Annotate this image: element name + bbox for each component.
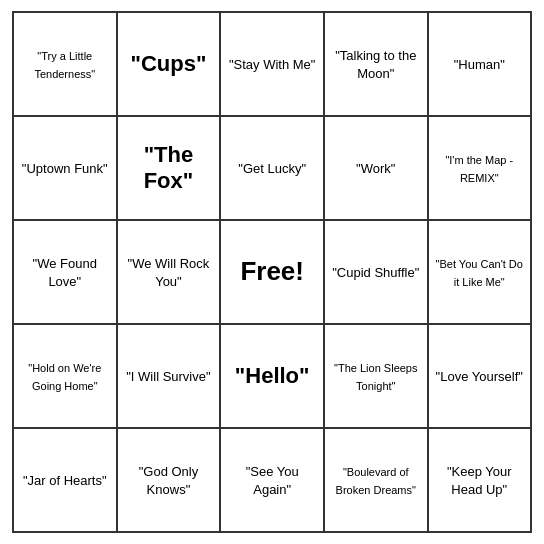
cell-text: "I'm the Map - REMIX" <box>445 154 513 184</box>
cell-text: "Uptown Funk" <box>22 161 108 176</box>
cell-text: Free! <box>240 256 304 286</box>
cell-3-0: "Hold on We're Going Home" <box>13 324 117 428</box>
cell-3-3: "The Lion Sleeps Tonight" <box>324 324 427 428</box>
cell-text: "Boulevard of Broken Dreams" <box>336 466 416 496</box>
cell-text: "The Lion Sleeps Tonight" <box>334 362 417 392</box>
cell-text: "Keep Your Head Up" <box>447 464 512 497</box>
cell-4-0: "Jar of Hearts" <box>13 428 117 532</box>
cell-text: "The Fox" <box>144 142 194 193</box>
cell-text: "Cups" <box>131 51 207 76</box>
cell-1-4: "I'm the Map - REMIX" <box>428 116 531 220</box>
cell-text: "God Only Knows" <box>139 464 199 497</box>
cell-text: "Try a Little Tenderness" <box>34 50 95 80</box>
cell-text: "Love Yourself" <box>436 369 523 384</box>
cell-text: "Talking to the Moon" <box>335 48 416 81</box>
cell-4-2: "See You Again" <box>220 428 324 532</box>
cell-0-4: "Human" <box>428 12 531 116</box>
cell-text: "Human" <box>454 57 505 72</box>
cell-0-3: "Talking to the Moon" <box>324 12 427 116</box>
cell-text: "Work" <box>356 161 395 176</box>
cell-2-2: Free! <box>220 220 324 324</box>
cell-text: "Stay With Me" <box>229 57 316 72</box>
cell-1-1: "The Fox" <box>117 116 221 220</box>
cell-3-1: "I Will Survive" <box>117 324 221 428</box>
cell-0-1: "Cups" <box>117 12 221 116</box>
cell-text: "We Will Rock You" <box>128 256 210 289</box>
cell-4-3: "Boulevard of Broken Dreams" <box>324 428 427 532</box>
cell-text: "Jar of Hearts" <box>23 473 107 488</box>
cell-text: "Get Lucky" <box>238 161 306 176</box>
cell-text: "See You Again" <box>246 464 299 497</box>
cell-text: "Cupid Shuffle" <box>332 265 419 280</box>
bingo-board: "Try a Little Tenderness""Cups""Stay Wit… <box>12 11 532 533</box>
cell-3-4: "Love Yourself" <box>428 324 531 428</box>
cell-2-4: "Bet You Can't Do it Like Me" <box>428 220 531 324</box>
cell-2-0: "We Found Love" <box>13 220 117 324</box>
cell-4-4: "Keep Your Head Up" <box>428 428 531 532</box>
cell-1-0: "Uptown Funk" <box>13 116 117 220</box>
cell-text: "Bet You Can't Do it Like Me" <box>436 258 523 288</box>
cell-1-2: "Get Lucky" <box>220 116 324 220</box>
cell-0-0: "Try a Little Tenderness" <box>13 12 117 116</box>
cell-2-1: "We Will Rock You" <box>117 220 221 324</box>
cell-3-2: "Hello" <box>220 324 324 428</box>
cell-text: "Hold on We're Going Home" <box>28 362 101 392</box>
cell-text: "Hello" <box>235 363 310 388</box>
cell-text: "I Will Survive" <box>126 369 210 384</box>
cell-0-2: "Stay With Me" <box>220 12 324 116</box>
cell-2-3: "Cupid Shuffle" <box>324 220 427 324</box>
cell-1-3: "Work" <box>324 116 427 220</box>
cell-text: "We Found Love" <box>33 256 97 289</box>
cell-4-1: "God Only Knows" <box>117 428 221 532</box>
